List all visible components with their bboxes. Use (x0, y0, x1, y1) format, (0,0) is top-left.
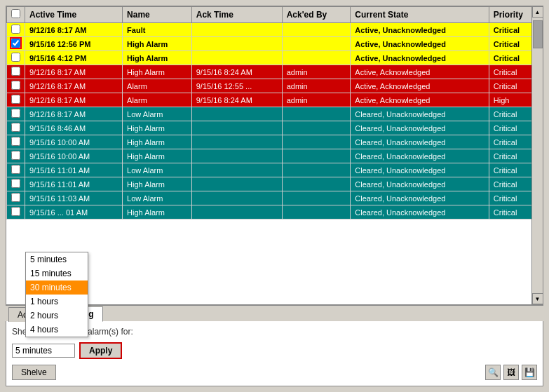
row-0-acked_by (282, 23, 351, 37)
dropdown-item[interactable]: 1 hours (26, 295, 88, 309)
scrollbar[interactable]: ▲ ▼ (531, 6, 543, 304)
scroll-up-arrow[interactable]: ▲ (532, 6, 543, 18)
row-2-checkbox[interactable] (11, 53, 20, 62)
table-row[interactable]: 9/15/16 11:01 AMLow AlarmCleared, Unackn… (7, 163, 543, 177)
row-9-name: High Alarm (123, 149, 192, 163)
table-row[interactable]: 9/12/16 8:17 AMHigh Alarm9/15/16 8:24 AM… (7, 65, 543, 79)
bottom-actions: Shelve 🔍 🖼 💾 (12, 365, 537, 380)
header-checkbox-cell (7, 7, 25, 23)
row-3-checkbox[interactable] (11, 67, 20, 76)
search-icon-btn[interactable]: 🔍 (485, 365, 501, 380)
row-7-name: High Alarm (123, 121, 192, 135)
dropdown-item[interactable]: 2 hours (26, 309, 88, 323)
row-8-active_time: 9/15/16 10:00 AM (25, 135, 123, 149)
table-row[interactable]: 9/15/16 11:01 AMHigh AlarmCleared, Unack… (7, 177, 543, 191)
row-13-name: High Alarm (123, 205, 192, 219)
image-icon-btn[interactable]: 🖼 (503, 365, 519, 380)
row-12-checkbox[interactable] (11, 193, 20, 202)
row-11-active_time: 9/15/16 11:01 AM (25, 177, 123, 191)
row-7-checkbox[interactable] (11, 123, 20, 132)
dropdown-popup[interactable]: 5 minutes15 minutes30 minutes1 hours2 ho… (25, 252, 88, 337)
table-row[interactable]: 9/15/16 8:46 AMHigh AlarmCleared, Unackn… (7, 121, 543, 135)
select-all-checkbox[interactable] (11, 9, 20, 18)
table-row[interactable]: 9/12/16 8:17 AMAlarm9/15/16 8:24 AMadmin… (7, 93, 543, 107)
table-row[interactable]: 9/15/16 10:00 AMHigh AlarmCleared, Unack… (7, 135, 543, 149)
row-8-checkbox[interactable] (11, 137, 20, 146)
main-container: Active Time Name Ack Time Ack'ed By Curr… (0, 0, 549, 392)
dropdown-item[interactable]: 30 minutes (26, 281, 88, 295)
row-9-acked_by (282, 149, 351, 163)
row-5-current_state: Active, Acknowledged (351, 93, 489, 107)
row-3-ack_time: 9/15/16 8:24 AM (191, 65, 282, 79)
row-13-checkbox[interactable] (11, 207, 20, 216)
shelve-label: Shelve the selected alarm(s) for: (12, 327, 537, 337)
row-10-active_time: 9/15/16 11:01 AM (25, 163, 123, 177)
scroll-down-arrow[interactable]: ▼ (532, 293, 543, 304)
row-12-name: Low Alarm (123, 191, 192, 205)
row-4-acked_by: admin (282, 79, 351, 93)
row-3-checkbox-cell (7, 65, 25, 79)
row-3-active_time: 9/12/16 8:17 AM (25, 65, 123, 79)
row-13-current_state: Cleared, Unacknowledged (351, 205, 489, 219)
row-5-active_time: 9/12/16 8:17 AM (25, 93, 123, 107)
row-7-checkbox-cell (7, 121, 25, 135)
row-2-acked_by (282, 51, 351, 65)
row-8-current_state: Cleared, Unacknowledged (351, 135, 489, 149)
row-4-checkbox[interactable] (11, 81, 20, 90)
col-ack-time: Ack Time (191, 7, 282, 23)
row-9-ack_time (191, 149, 282, 163)
row-8-checkbox-cell (7, 135, 25, 149)
row-13-acked_by (282, 205, 351, 219)
row-9-current_state: Cleared, Unacknowledged (351, 149, 489, 163)
row-9-checkbox[interactable] (11, 151, 20, 160)
apply-button[interactable]: Apply (79, 342, 122, 359)
alarm-table: Active Time Name Ack Time Ack'ed By Curr… (6, 6, 543, 219)
row-10-checkbox[interactable] (11, 165, 20, 174)
dropdown-item[interactable]: 4 hours (26, 323, 88, 337)
table-row[interactable]: 9/15/16 4:12 PMHigh AlarmActive, Unackno… (7, 51, 543, 65)
table-row[interactable]: 9/12/16 8:17 AMFaultActive, Unacknowledg… (7, 23, 543, 37)
table-row[interactable]: 9/12/16 8:17 AMAlarm9/15/16 12:55 ...adm… (7, 79, 543, 93)
col-current-state: Current State (351, 7, 489, 23)
col-name: Name (123, 7, 192, 23)
row-11-checkbox-cell (7, 177, 25, 191)
dropdown-item[interactable]: 5 minutes (26, 252, 88, 266)
row-11-checkbox[interactable] (11, 179, 20, 188)
row-13-active_time: 9/15/16 ... 01 AM (25, 205, 123, 219)
row-5-checkbox-cell (7, 93, 25, 107)
row-1-checkbox[interactable] (11, 39, 20, 48)
row-1-name: High Alarm (123, 37, 192, 51)
table-row[interactable]: 9/15/16 11:03 AMLow AlarmCleared, Unackn… (7, 191, 543, 205)
row-0-current_state: Active, Unacknowledged (351, 23, 489, 37)
row-5-checkbox[interactable] (11, 95, 20, 104)
row-1-ack_time (191, 37, 282, 51)
row-5-name: Alarm (123, 93, 192, 107)
shelve-button[interactable]: Shelve (12, 365, 56, 380)
row-1-checkbox-cell (7, 37, 25, 51)
col-active-time: Active Time (25, 7, 123, 23)
row-12-checkbox-cell (7, 191, 25, 205)
row-8-name: High Alarm (123, 135, 192, 149)
row-0-name: Fault (123, 23, 192, 37)
row-6-name: Low Alarm (123, 107, 192, 121)
row-1-acked_by (282, 37, 351, 51)
row-13-ack_time (191, 205, 282, 219)
scroll-thumb[interactable] (533, 20, 543, 48)
row-9-checkbox-cell (7, 149, 25, 163)
dropdown-item[interactable]: 15 minutes (26, 266, 88, 281)
row-5-acked_by: admin (282, 93, 351, 107)
save-icon-btn[interactable]: 💾 (522, 365, 537, 380)
row-0-active_time: 9/12/16 8:17 AM (25, 23, 123, 37)
duration-select[interactable]: 5 minutes15 minutes30 minutes1 hours2 ho… (12, 344, 75, 358)
row-11-current_state: Cleared, Unacknowledged (351, 177, 489, 191)
table-row[interactable]: 9/15/16 12:56 PMHigh AlarmActive, Unackn… (7, 37, 543, 51)
row-0-ack_time (191, 23, 282, 37)
row-0-checkbox[interactable] (11, 25, 20, 34)
row-3-acked_by: admin (282, 65, 351, 79)
table-row[interactable]: 9/15/16 ... 01 AMHigh AlarmCleared, Unac… (7, 205, 543, 219)
table-row[interactable]: 9/12/16 8:17 AMLow AlarmCleared, Unackno… (7, 107, 543, 121)
table-row[interactable]: 9/15/16 10:00 AMHigh AlarmCleared, Unack… (7, 149, 543, 163)
shelve-controls: 5 minutes15 minutes30 minutes1 hours2 ho… (12, 342, 537, 359)
row-6-checkbox[interactable] (11, 109, 20, 118)
row-4-ack_time: 9/15/16 12:55 ... (191, 79, 282, 93)
